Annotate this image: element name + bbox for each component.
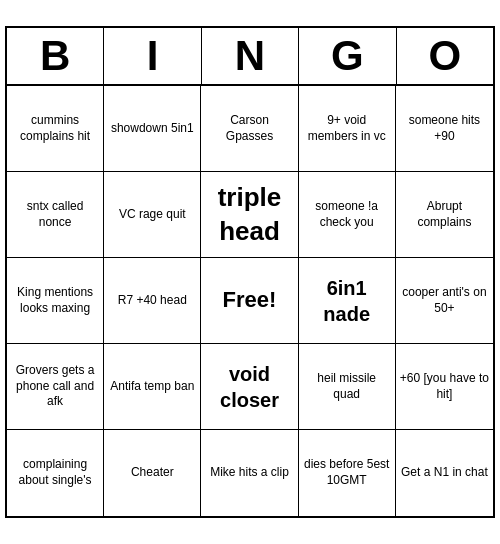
bingo-cell-17: void closer (201, 344, 298, 430)
bingo-cell-8: someone !a check you (299, 172, 396, 258)
bingo-cell-18: heil missile quad (299, 344, 396, 430)
bingo-cell-0: cummins complains hit (7, 86, 104, 172)
bingo-cell-13: 6in1 nade (299, 258, 396, 344)
bingo-card: BINGO cummins complains hitshowdown 5in1… (5, 26, 495, 518)
bingo-cell-3: 9+ void members in vc (299, 86, 396, 172)
bingo-letter-b: B (7, 28, 104, 86)
bingo-letter-n: N (202, 28, 299, 86)
bingo-cell-22: Mike hits a clip (201, 430, 298, 516)
bingo-cell-24: Get a N1 in chat (396, 430, 493, 516)
bingo-cell-12: Free! (201, 258, 298, 344)
bingo-cell-6: VC rage quit (104, 172, 201, 258)
bingo-cell-1: showdown 5in1 (104, 86, 201, 172)
bingo-cell-5: sntx called nonce (7, 172, 104, 258)
bingo-header: BINGO (7, 28, 493, 86)
bingo-cell-16: Antifa temp ban (104, 344, 201, 430)
bingo-cell-4: someone hits +90 (396, 86, 493, 172)
bingo-cell-20: complaining about single's (7, 430, 104, 516)
bingo-cell-23: dies before 5est 10GMT (299, 430, 396, 516)
bingo-cell-9: Abrupt complains (396, 172, 493, 258)
bingo-letter-o: O (397, 28, 493, 86)
bingo-cell-14: cooper anti's on 50+ (396, 258, 493, 344)
bingo-letter-g: G (299, 28, 396, 86)
bingo-cell-10: King mentions looks maxing (7, 258, 104, 344)
bingo-cell-11: R7 +40 head (104, 258, 201, 344)
bingo-cell-2: Carson Gpasses (201, 86, 298, 172)
bingo-cell-15: Grovers gets a phone call and afk (7, 344, 104, 430)
bingo-cell-7: triple head (201, 172, 298, 258)
bingo-grid: cummins complains hitshowdown 5in1Carson… (7, 86, 493, 516)
bingo-cell-19: +60 [you have to hit] (396, 344, 493, 430)
bingo-letter-i: I (104, 28, 201, 86)
bingo-cell-21: Cheater (104, 430, 201, 516)
